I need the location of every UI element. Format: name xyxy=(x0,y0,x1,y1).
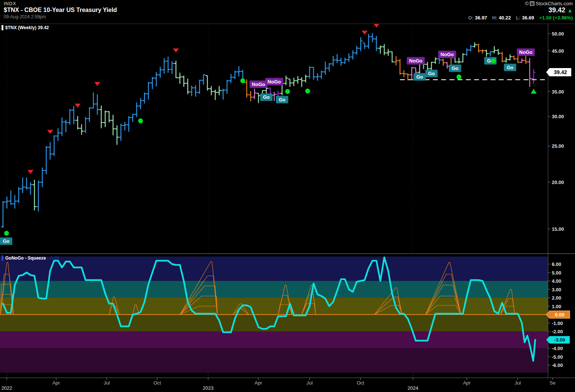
price-bar xyxy=(21,177,25,193)
price-bar xyxy=(76,116,80,129)
price-bar xyxy=(198,80,201,94)
price-bar xyxy=(92,92,95,108)
label-text: NoGo xyxy=(409,58,422,64)
squeeze-axis-label: 2.00 xyxy=(552,295,561,301)
price-bar xyxy=(29,182,33,195)
price-bar xyxy=(155,72,158,86)
red-down-triangle-icon xyxy=(374,24,380,28)
x-axis-month-label: Apr xyxy=(463,380,471,386)
squeeze-band-maroon xyxy=(0,348,548,373)
price-bar xyxy=(182,76,186,87)
squeeze-axis-label: 1.00 xyxy=(552,304,561,309)
squeeze-axis-label: -4.00 xyxy=(552,346,563,351)
price-bar xyxy=(213,90,217,100)
high-label: H: xyxy=(492,15,498,21)
green-dot-icon xyxy=(4,231,9,236)
price-bar xyxy=(304,75,308,83)
price-bar xyxy=(131,114,135,122)
price-bar xyxy=(103,111,107,127)
x-axis-year-label: 2024 xyxy=(408,385,419,391)
red-down-triangle-icon xyxy=(47,130,53,134)
price-bar xyxy=(296,76,300,84)
price-bar xyxy=(237,66,241,76)
price-bar xyxy=(178,73,182,84)
squeeze-axis-label: 3.00 xyxy=(552,287,561,293)
price-bar xyxy=(166,56,170,73)
x-axis-month-label: Jul xyxy=(307,380,313,386)
red-down-triangle-icon xyxy=(28,170,34,174)
price-bar xyxy=(438,58,441,64)
legend-bar-icon xyxy=(1,255,3,261)
price-bar xyxy=(48,142,52,159)
nogo-label: NoGo xyxy=(250,80,268,88)
high-value: 40.22 xyxy=(499,15,511,21)
price-bar xyxy=(150,77,154,89)
price-bar xyxy=(162,58,166,73)
red-down-triangle-icon xyxy=(75,104,81,108)
red-down-triangle-icon xyxy=(362,31,368,35)
price-bar xyxy=(52,135,56,156)
price-axis-label: 15.00 xyxy=(552,226,564,232)
squeeze-axis-label: 5.00 xyxy=(552,270,561,276)
squeeze-axis-label: 4.00 xyxy=(552,278,561,284)
price-bar xyxy=(245,79,249,98)
price-bar xyxy=(265,87,268,94)
price-bar xyxy=(433,57,437,64)
squeeze-pane-legend: GoNoGo - Squeeze -3.00 xyxy=(1,255,59,261)
price-bar xyxy=(320,71,323,79)
price-bar xyxy=(123,122,127,131)
green-dot-icon xyxy=(305,89,310,94)
price-bar xyxy=(174,61,178,78)
x-axis-month-label: Apr xyxy=(255,380,262,386)
price-bar xyxy=(508,54,512,60)
green-dot-icon xyxy=(457,74,462,79)
price-bar xyxy=(9,190,13,205)
price-bar xyxy=(139,98,143,109)
price-bar xyxy=(210,86,213,95)
x-axis-year-label: 2023 xyxy=(203,385,214,391)
price-bar xyxy=(115,125,119,145)
x-axis-month-label: Oct xyxy=(357,380,365,386)
green-dot-icon xyxy=(285,89,290,94)
price-bar xyxy=(80,124,83,135)
squeeze-legend-value: -3.00 xyxy=(49,255,59,261)
price-bar xyxy=(331,56,335,66)
price-axis-label: 25.00 xyxy=(552,143,564,149)
price-bar xyxy=(147,82,150,99)
go-label: Go xyxy=(276,96,288,103)
brand-text[interactable]: StockCharts.com xyxy=(536,1,573,6)
price-bar xyxy=(143,92,146,104)
chart-canvas[interactable]: GoNoGoGoNoGoGoNoGoGoGoNoGoGoGoGoNoGo50.0… xyxy=(0,0,575,392)
green-dot-icon xyxy=(138,119,143,123)
price-bar xyxy=(512,55,516,60)
squeeze-axis-label: -2.00 xyxy=(552,329,563,334)
legend-bar-icon xyxy=(1,25,3,30)
change-value: +1.50 (+3.96%) xyxy=(539,15,573,21)
x-axis-month-label: Jul xyxy=(515,380,521,386)
price-bar xyxy=(233,71,237,79)
nogo-label: NoGo xyxy=(517,49,535,56)
price-bar xyxy=(56,128,60,141)
price-pane-legend: $TNX (Weekly) 39.42 xyxy=(1,25,49,30)
label-text: Go xyxy=(416,74,423,80)
squeeze-zero-tag: 0.00 xyxy=(546,311,570,318)
open-label: O: xyxy=(468,15,474,21)
tag-text: 0.00 xyxy=(555,312,564,318)
squeeze-axis-label: 6.00 xyxy=(552,261,561,267)
price-bar xyxy=(206,76,209,91)
stockcharts-app: { "header": { "exchange": "INDX", "title… xyxy=(0,0,575,392)
price-bar xyxy=(17,187,21,203)
header-separator xyxy=(0,24,575,24)
label-text: NoGo xyxy=(268,79,281,85)
price-bar xyxy=(5,197,9,209)
exchange-label: INDX xyxy=(4,1,117,6)
price-bar xyxy=(312,67,316,80)
green-dot-icon xyxy=(240,78,245,83)
price-bar xyxy=(25,177,28,190)
price-bar xyxy=(300,77,304,87)
price-bar xyxy=(119,124,123,141)
x-axis-month-label: Se xyxy=(550,380,556,386)
price-axis-label: 50.00 xyxy=(552,31,564,37)
red-down-triangle-icon xyxy=(94,82,100,86)
price-bar xyxy=(504,57,508,62)
